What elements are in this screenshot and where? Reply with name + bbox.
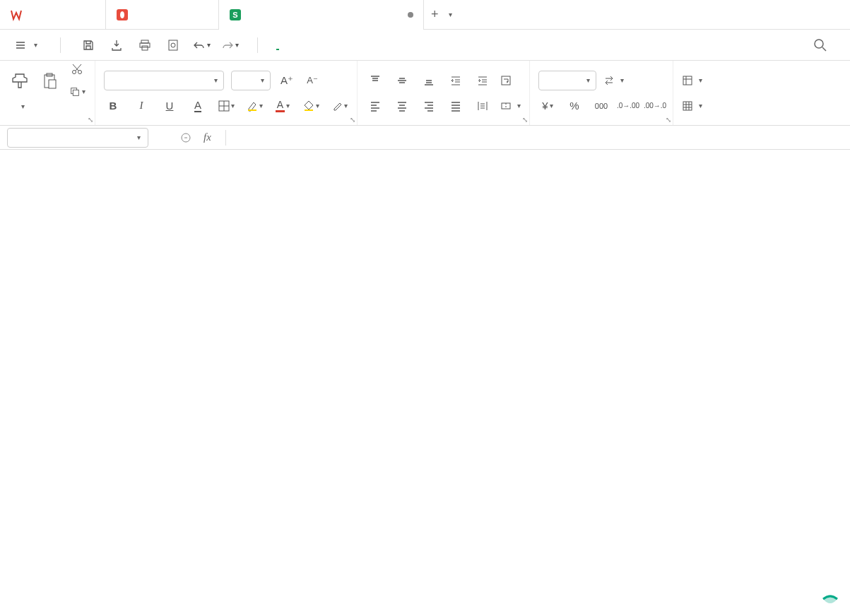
tab-home[interactable] — [276, 40, 279, 50]
tab-efficiency[interactable] — [467, 40, 470, 50]
title-bar: S + ▾ — [0, 0, 850, 30]
decrease-font-button[interactable]: A⁻ — [303, 71, 321, 90]
svg-rect-5 — [142, 46, 148, 50]
chevron-down-icon[interactable]: ▾ — [137, 134, 141, 141]
distribute-button[interactable] — [473, 97, 492, 115]
clear-format-button[interactable]: ▾ — [330, 97, 348, 115]
ribbon-group-font: ▾ ▾ A⁺ A⁻ B I U A ▾ ▾ A▾ ▾ ▾ ⤡ — [95, 61, 358, 125]
worksheet-button[interactable]: ▾ — [682, 97, 702, 115]
chevron-down-icon[interactable]: ▾ — [316, 102, 319, 109]
font-color-button[interactable]: A▾ — [273, 97, 292, 115]
export-button[interactable] — [107, 36, 126, 54]
tab-member[interactable] — [446, 40, 449, 50]
menu-bar: ▾ ▾ ▾ — [0, 30, 850, 61]
align-right-button[interactable] — [420, 97, 438, 115]
svg-point-13 — [78, 70, 82, 73]
chevron-down-icon[interactable]: ▾ — [231, 102, 235, 109]
svg-rect-21 — [683, 76, 692, 85]
svg-rect-18 — [305, 109, 313, 111]
tab-wps-home[interactable] — [0, 0, 106, 30]
align-middle-button[interactable] — [393, 71, 411, 90]
wrap-text-button[interactable] — [500, 71, 514, 90]
increase-font-button[interactable]: A⁺ — [278, 71, 296, 90]
fx-icon[interactable]: fx — [203, 131, 211, 143]
chevron-down-icon[interactable]: ▾ — [550, 102, 553, 109]
fill-color-button[interactable]: ▾ — [302, 97, 320, 115]
name-box[interactable]: ▾ — [7, 128, 148, 148]
svg-point-7 — [171, 43, 175, 47]
undo-button[interactable]: ▾ — [192, 36, 211, 54]
svg-rect-19 — [502, 76, 510, 85]
decrease-indent-button[interactable] — [447, 71, 465, 90]
tab-page[interactable] — [319, 40, 321, 50]
border-button[interactable]: ▾ — [217, 97, 235, 115]
highlight-button[interactable]: ▾ — [245, 97, 264, 115]
chevron-down-icon[interactable]: ▾ — [517, 102, 521, 109]
increase-indent-button[interactable] — [473, 71, 492, 90]
font-size-select[interactable]: ▾ — [231, 71, 271, 90]
chevron-down-icon[interactable]: ▾ — [449, 11, 452, 18]
align-center-button[interactable] — [393, 97, 411, 115]
align-bottom-button[interactable] — [420, 71, 438, 90]
chevron-down-icon: ▾ — [586, 76, 590, 84]
convert-button[interactable]: ▾ — [603, 71, 624, 90]
chevron-down-icon[interactable]: ▾ — [620, 76, 624, 84]
svg-rect-3 — [141, 40, 148, 43]
chevron-down-icon[interactable]: ▾ — [699, 102, 702, 109]
chevron-down-icon[interactable]: ▾ — [286, 102, 290, 109]
docer-icon — [116, 8, 129, 21]
decrease-decimal-button[interactable]: .0→.00 — [619, 97, 637, 115]
tab-review[interactable] — [382, 40, 385, 50]
chevron-down-icon[interactable]: ▾ — [259, 102, 263, 109]
separator — [60, 37, 61, 53]
ribbon: ▾ ▾ ⤡ ▾ ▾ A⁺ A⁻ B I U A ▾ ▾ A▾ ▾ ▾ ⤡ — [0, 61, 850, 126]
percent-button[interactable]: % — [565, 97, 584, 115]
chevron-down-icon[interactable]: ▾ — [235, 41, 239, 49]
paste-button[interactable] — [38, 71, 61, 90]
redo-button[interactable]: ▾ — [220, 36, 239, 54]
group-expand-icon[interactable]: ⤡ — [88, 116, 93, 124]
save-button[interactable] — [79, 36, 98, 54]
separator — [257, 37, 258, 53]
tab-document[interactable]: S — [219, 0, 424, 30]
rows-cols-button[interactable]: ▾ — [682, 71, 702, 90]
merge-button[interactable]: ▾ — [500, 97, 521, 115]
format-painter-button[interactable] — [8, 71, 31, 90]
align-justify-button[interactable] — [447, 97, 465, 115]
tab-view[interactable] — [403, 40, 406, 50]
search-button[interactable] — [802, 38, 839, 52]
tab-insert[interactable] — [297, 40, 300, 50]
cancel-formula-button[interactable] — [177, 129, 195, 147]
tab-tools[interactable] — [425, 40, 427, 50]
underline-button[interactable]: U — [160, 97, 179, 115]
print-button[interactable] — [136, 36, 154, 54]
chevron-down-icon[interactable]: ▾ — [344, 102, 348, 109]
paste-label[interactable]: ▾ — [20, 102, 25, 110]
tab-data[interactable] — [361, 40, 364, 50]
align-top-button[interactable] — [366, 71, 384, 90]
bold-button[interactable]: B — [104, 97, 122, 115]
group-expand-icon[interactable]: ⤡ — [522, 116, 528, 124]
tab-docer[interactable] — [106, 0, 219, 30]
cut-button[interactable] — [68, 60, 86, 78]
comma-button[interactable]: 000 — [592, 97, 610, 115]
ribbon-group-alignment: ▾ ⤡ — [358, 61, 530, 125]
chevron-down-icon[interactable]: ▾ — [207, 41, 211, 49]
currency-button[interactable]: ¥▾ — [538, 97, 557, 115]
wps-logo-icon — [10, 8, 23, 21]
formula-input[interactable] — [225, 130, 720, 146]
group-expand-icon[interactable]: ⤡ — [350, 116, 355, 124]
tab-formula[interactable] — [340, 40, 343, 50]
increase-decimal-button[interactable]: .00→.0 — [646, 97, 664, 115]
align-left-button[interactable] — [366, 97, 384, 115]
number-format-select[interactable]: ▾ — [538, 71, 596, 90]
file-menu[interactable]: ▾ — [11, 37, 42, 53]
strikethrough-button[interactable]: A — [189, 97, 207, 115]
new-tab-button[interactable]: + ▾ — [424, 0, 459, 30]
print-preview-button[interactable] — [164, 36, 182, 54]
chevron-down-icon[interactable]: ▾ — [699, 76, 702, 84]
svg-point-8 — [815, 40, 823, 48]
group-expand-icon[interactable]: ⤡ — [666, 116, 671, 124]
italic-button[interactable]: I — [132, 97, 150, 115]
font-name-select[interactable]: ▾ — [104, 71, 224, 90]
